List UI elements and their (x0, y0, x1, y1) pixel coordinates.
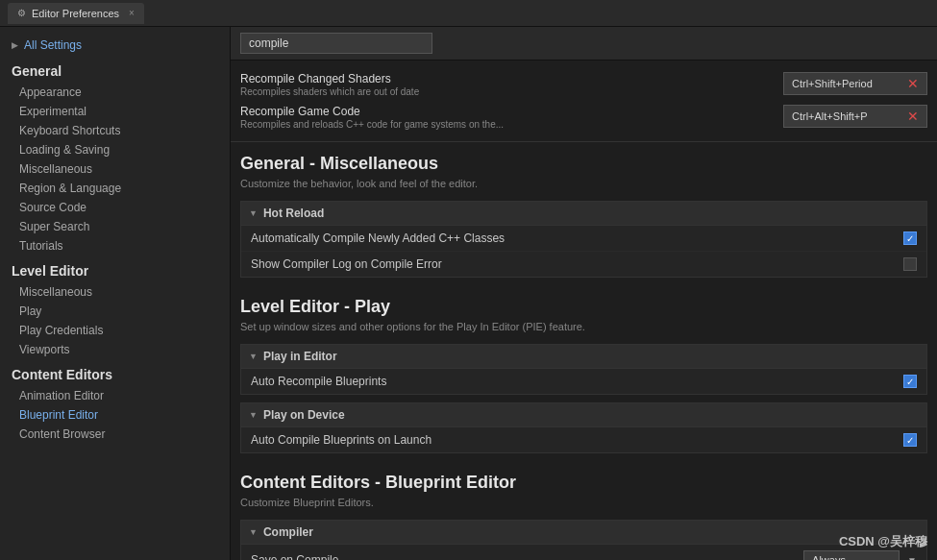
shortcut-key-clear-game[interactable]: ✕ (907, 109, 919, 124)
shortcut-desc-shaders: Recompiles shaders which are out of date (240, 86, 783, 97)
sidebar-item-content-browser[interactable]: Content Browser (0, 425, 230, 444)
editor-preferences-tab[interactable]: ⚙ Editor Preferences × (8, 3, 144, 24)
compiler-collapse-icon: ▼ (249, 527, 258, 537)
general-misc-section: General - Miscellaneous Customize the be… (231, 142, 937, 201)
sidebar-item-miscellaneous-general[interactable]: Miscellaneous (0, 159, 230, 179)
auto-compile-launch-label: Auto Compile Blueprints on Launch (251, 433, 432, 447)
search-input[interactable] (240, 33, 432, 54)
auto-compile-label: Automatically Compile Newly Added C++ Cl… (251, 231, 505, 245)
shortcut-info-shaders: Recompile Changed Shaders Recompiles sha… (240, 72, 783, 97)
play-in-editor-label: Play in Editor (263, 350, 337, 363)
play-on-device-group: ▼ Play on Device Auto Compile Blueprints… (240, 402, 927, 453)
shortcut-key-box-shaders: Ctrl+Shift+Period ✕ (783, 72, 927, 95)
save-on-compile-dropdown-container: Always Never If Modified ▼ (803, 550, 917, 560)
auto-compile-launch-row: Auto Compile Blueprints on Launch ✓ (241, 427, 926, 452)
main-layout: ▶ All Settings General Appearance Experi… (0, 27, 937, 560)
search-bar (231, 27, 937, 61)
shortcut-desc-game: Recompiles and reloads C++ code for game… (240, 119, 783, 130)
play-in-editor-collapse-icon: ▼ (249, 352, 258, 361)
tab-icon: ⚙ (17, 8, 26, 18)
content-editors-blueprint-desc: Customize Blueprint Editors. (240, 497, 927, 508)
sidebar-item-super-search[interactable]: Super Search (0, 217, 230, 236)
hot-reload-group: ▼ Hot Reload Automatically Compile Newly… (240, 201, 927, 278)
all-settings-arrow-icon: ▶ (12, 40, 18, 50)
level-editor-section-title: Level Editor (0, 256, 230, 282)
play-on-device-header[interactable]: ▼ Play on Device (241, 403, 926, 427)
level-editor-play-title: Level Editor - Play (240, 297, 927, 317)
auto-recompile-blueprints-row: Auto Recompile Blueprints ✓ (241, 369, 926, 394)
save-on-compile-label: Save on Compile (251, 553, 338, 560)
show-compiler-log-row: Show Compiler Log on Compile Error (241, 252, 926, 277)
all-settings-label: All Settings (24, 38, 82, 52)
level-editor-play-desc: Set up window sizes and other options fo… (240, 321, 927, 332)
save-on-compile-select[interactable]: Always Never If Modified (803, 550, 900, 560)
general-misc-title: General - Miscellaneous (240, 154, 927, 174)
shortcut-key-value-shaders: Ctrl+Shift+Period (792, 78, 873, 89)
shortcut-row-recompile-shaders: Recompile Changed Shaders Recompiles sha… (240, 68, 927, 101)
sidebar-item-source-code[interactable]: Source Code (0, 198, 230, 217)
shortcut-key-shaders[interactable]: Ctrl+Shift+Period ✕ (783, 72, 927, 95)
show-compiler-log-label: Show Compiler Log on Compile Error (251, 257, 442, 271)
play-on-device-collapse-icon: ▼ (249, 410, 258, 420)
play-on-device-label: Play on Device (263, 408, 345, 422)
shortcut-key-clear-shaders[interactable]: ✕ (907, 76, 919, 91)
shortcut-key-game[interactable]: Ctrl+Alt+Shift+P ✕ (783, 105, 927, 128)
sidebar-item-animation-editor[interactable]: Animation Editor (0, 386, 230, 405)
shortcut-row-recompile-game: Recompile Game Code Recompiles and reloa… (240, 101, 927, 134)
level-editor-play-section: Level Editor - Play Set up window sizes … (231, 285, 937, 344)
compiler-header[interactable]: ▼ Compiler (241, 521, 926, 545)
title-bar: ⚙ Editor Preferences × (0, 0, 937, 27)
sidebar-item-viewports[interactable]: Viewports (0, 340, 230, 359)
content-area: Recompile Changed Shaders Recompiles sha… (231, 27, 937, 560)
play-in-editor-group: ▼ Play in Editor Auto Recompile Blueprin… (240, 344, 927, 395)
content-editors-blueprint-section: Content Editors - Blueprint Editor Custo… (231, 461, 937, 520)
sidebar-item-appearance[interactable]: Appearance (0, 83, 230, 102)
auto-recompile-blueprints-label: Auto Recompile Blueprints (251, 375, 386, 388)
compiler-group: ▼ Compiler Save on Compile Always Never … (240, 520, 927, 560)
hot-reload-label: Hot Reload (263, 207, 324, 220)
sidebar-item-play[interactable]: Play (0, 302, 230, 321)
content-editors-blueprint-title: Content Editors - Blueprint Editor (240, 473, 927, 493)
sidebar-item-loading-saving[interactable]: Loading & Saving (0, 140, 230, 159)
show-compiler-log-checkbox[interactable] (903, 257, 917, 271)
auto-recompile-blueprints-checkbox[interactable]: ✓ (903, 375, 917, 388)
sidebar-item-miscellaneous-level[interactable]: Miscellaneous (0, 282, 230, 302)
csdn-watermark: CSDN @吴梓穆 (839, 533, 927, 550)
dropdown-chevron-icon: ▼ (907, 555, 917, 561)
auto-compile-launch-checkbox[interactable]: ✓ (903, 433, 917, 447)
shortcuts-section: Recompile Changed Shaders Recompiles sha… (231, 61, 937, 142)
hot-reload-header[interactable]: ▼ Hot Reload (241, 202, 926, 226)
hot-reload-collapse-icon: ▼ (249, 208, 258, 218)
tab-label: Editor Preferences (32, 8, 119, 19)
shortcut-name-shaders: Recompile Changed Shaders (240, 72, 783, 85)
auto-compile-checkbox[interactable]: ✓ (903, 231, 917, 245)
auto-compile-setting-row: Automatically Compile Newly Added C++ Cl… (241, 226, 926, 252)
sidebar-item-region-language[interactable]: Region & Language (0, 179, 230, 198)
compiler-label: Compiler (263, 525, 313, 539)
sidebar-item-blueprint-editor[interactable]: Blueprint Editor (0, 405, 230, 425)
shortcut-key-box-game: Ctrl+Alt+Shift+P ✕ (783, 105, 927, 128)
content-editors-section-title: Content Editors (0, 359, 230, 386)
shortcut-name-game: Recompile Game Code (240, 105, 783, 118)
all-settings-link[interactable]: ▶ All Settings (0, 35, 230, 56)
sidebar-item-play-credentials[interactable]: Play Credentials (0, 321, 230, 340)
sidebar-item-keyboard-shortcuts[interactable]: Keyboard Shortcuts (0, 121, 230, 140)
shortcut-key-value-game: Ctrl+Alt+Shift+P (792, 110, 868, 122)
save-on-compile-row: Save on Compile Always Never If Modified… (241, 545, 926, 560)
general-section-title: General (0, 56, 230, 83)
play-in-editor-header[interactable]: ▼ Play in Editor (241, 345, 926, 369)
tab-close-button[interactable]: × (129, 8, 135, 18)
sidebar: ▶ All Settings General Appearance Experi… (0, 27, 231, 560)
sidebar-item-experimental[interactable]: Experimental (0, 102, 230, 121)
general-misc-desc: Customize the behavior, look and feel of… (240, 178, 927, 189)
shortcut-info-game: Recompile Game Code Recompiles and reloa… (240, 105, 783, 130)
sidebar-item-tutorials[interactable]: Tutorials (0, 236, 230, 256)
